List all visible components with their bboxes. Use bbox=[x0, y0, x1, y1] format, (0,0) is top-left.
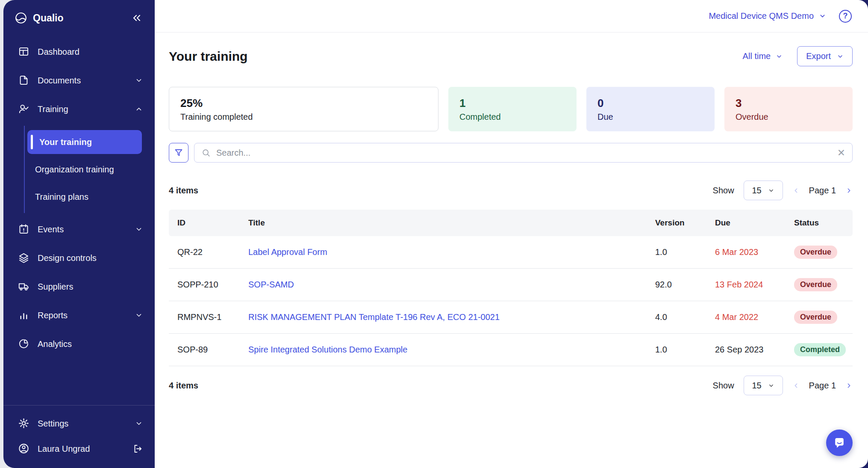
sidebar-item-training[interactable]: Training bbox=[9, 97, 150, 121]
org-name: Medical Device QMS Demo bbox=[709, 11, 814, 21]
app-frame: Qualio Dash bbox=[3, 0, 868, 468]
page-size-select[interactable]: 15 bbox=[744, 181, 783, 200]
content: Your training All time Export bbox=[155, 33, 868, 468]
chevron-down-icon bbox=[135, 225, 143, 233]
chevron-down-icon bbox=[768, 187, 774, 194]
page-header: Your training All time Export bbox=[169, 46, 853, 66]
training-subnav: Your training Organization training Trai… bbox=[24, 126, 142, 213]
sidebar-item-analytics[interactable]: Analytics bbox=[9, 332, 150, 355]
help-icon[interactable]: ? bbox=[839, 10, 852, 23]
qualio-logo[interactable]: Qualio bbox=[15, 12, 64, 24]
document-link[interactable]: RISK MANAGEMENT PLAN Template T-196 Rev … bbox=[248, 312, 500, 322]
row-id: SOP-89 bbox=[169, 334, 241, 366]
sidebar-collapse-icon[interactable] bbox=[132, 13, 142, 23]
table-header-row: ID Title Version Due Status bbox=[169, 210, 853, 236]
sidebar-item-dashboard[interactable]: Dashboard bbox=[9, 40, 150, 63]
sidebar-item-settings[interactable]: Settings bbox=[9, 412, 150, 435]
sidebar-nav: Dashboard Documents bbox=[3, 34, 155, 361]
pie-chart-icon bbox=[18, 338, 29, 350]
row-status-cell: Completed bbox=[787, 334, 853, 366]
previous-page-icon[interactable] bbox=[792, 382, 800, 389]
chevron-down-icon bbox=[837, 53, 844, 60]
page-size-value: 15 bbox=[752, 381, 761, 391]
sidebar-item-your-training[interactable]: Your training bbox=[27, 130, 142, 154]
row-due-cell: 13 Feb 2024 bbox=[708, 269, 787, 301]
header-actions: All time Export bbox=[743, 46, 853, 66]
sidebar: Qualio Dash bbox=[3, 0, 155, 468]
page-indicator: Page 1 bbox=[809, 381, 836, 391]
sidebar-item-user[interactable]: Laura Ungrad bbox=[9, 437, 150, 460]
chevron-up-icon bbox=[135, 105, 143, 113]
gear-icon bbox=[18, 418, 29, 429]
sidebar-item-label: Settings bbox=[38, 418, 68, 429]
org-switcher[interactable]: Medical Device QMS Demo bbox=[709, 11, 826, 21]
column-header-due: Due bbox=[708, 210, 787, 236]
export-button[interactable]: Export bbox=[797, 46, 853, 66]
sidebar-item-label: Design controls bbox=[38, 252, 97, 264]
sidebar-item-design-controls[interactable]: Design controls bbox=[9, 246, 150, 270]
table-row[interactable]: SOP-89 Spire Integrated Solutions Demo E… bbox=[169, 334, 853, 366]
row-title-cell: RISK MANAGEMENT PLAN Template T-196 Rev … bbox=[241, 301, 648, 334]
page-size-select[interactable]: 15 bbox=[744, 376, 783, 395]
main-panel: Medical Device QMS Demo ? Your training … bbox=[155, 0, 868, 468]
sidebar-item-reports[interactable]: Reports bbox=[9, 303, 150, 327]
row-status-cell: Overdue bbox=[787, 236, 853, 269]
previous-page-icon[interactable] bbox=[792, 187, 800, 194]
search-row: ✕ bbox=[169, 143, 853, 163]
sidebar-item-training-plans[interactable]: Training plans bbox=[27, 185, 142, 209]
stat-card-due: 0 Due bbox=[586, 87, 715, 131]
list-toolbar-top: 4 items Show 15 Page 1 bbox=[169, 181, 853, 200]
document-link[interactable]: Spire Integrated Solutions Demo Example bbox=[248, 345, 407, 354]
status-badge: Overdue bbox=[794, 311, 837, 324]
sidebar-item-documents[interactable]: Documents bbox=[9, 68, 150, 92]
bar-chart-icon bbox=[18, 309, 29, 321]
document-link[interactable]: SOP-SAMD bbox=[248, 280, 294, 289]
row-due-cell: 4 Mar 2022 bbox=[708, 301, 787, 334]
row-id: RMPNVS-1 bbox=[169, 301, 241, 334]
qualio-logo-icon bbox=[15, 12, 27, 24]
sidebar-item-label: Training plans bbox=[35, 192, 88, 201]
sidebar-item-suppliers[interactable]: Suppliers bbox=[9, 275, 150, 298]
stat-value: 25% bbox=[180, 96, 427, 110]
column-header-version: Version bbox=[648, 210, 708, 236]
items-count: 4 items bbox=[169, 186, 198, 195]
dashboard-icon bbox=[18, 46, 29, 57]
row-id: QR-22 bbox=[169, 236, 241, 269]
stat-value: 1 bbox=[459, 96, 565, 110]
document-link[interactable]: Label Approval Form bbox=[248, 247, 327, 257]
logout-icon[interactable] bbox=[132, 444, 143, 454]
sidebar-item-label: Your training bbox=[39, 137, 92, 147]
time-filter-label: All time bbox=[743, 51, 771, 61]
table-row[interactable]: RMPNVS-1 RISK MANAGEMENT PLAN Template T… bbox=[169, 301, 853, 334]
row-status-cell: Overdue bbox=[787, 301, 853, 334]
search-box: ✕ bbox=[194, 143, 853, 163]
next-page-icon[interactable] bbox=[845, 187, 853, 194]
filter-button[interactable] bbox=[169, 143, 188, 163]
chat-launcher-button[interactable] bbox=[826, 429, 853, 456]
due-date: 4 Mar 2022 bbox=[715, 312, 758, 322]
page-title: Your training bbox=[169, 49, 247, 64]
clear-search-icon[interactable]: ✕ bbox=[837, 148, 845, 158]
viewport: Qualio Dash bbox=[0, 0, 868, 468]
table-row[interactable]: QR-22 Label Approval Form 1.0 6 Mar 2023… bbox=[169, 236, 853, 269]
chevron-down-icon bbox=[776, 53, 783, 60]
row-version: 4.0 bbox=[648, 301, 708, 334]
time-filter-dropdown[interactable]: All time bbox=[743, 51, 783, 61]
pager-bottom: Show 15 Page 1 bbox=[713, 376, 853, 395]
next-page-icon[interactable] bbox=[845, 382, 853, 389]
help-glyph: ? bbox=[843, 12, 848, 21]
show-label: Show bbox=[713, 186, 734, 195]
sidebar-item-events[interactable]: Events bbox=[9, 217, 150, 241]
search-input[interactable] bbox=[216, 148, 832, 158]
table-row[interactable]: SOPP-210 SOP-SAMD 92.0 13 Feb 2024 Overd… bbox=[169, 269, 853, 301]
row-version: 1.0 bbox=[648, 334, 708, 366]
sidebar-item-organization-training[interactable]: Organization training bbox=[27, 157, 142, 181]
sidebar-item-label: Training bbox=[38, 104, 68, 115]
chevron-down-icon bbox=[135, 77, 143, 84]
status-badge: Completed bbox=[794, 343, 846, 356]
sidebar-item-label: Events bbox=[38, 224, 64, 235]
sidebar-item-label: Suppliers bbox=[38, 281, 73, 292]
stat-label: Overdue bbox=[736, 112, 842, 122]
sidebar-item-label: Reports bbox=[38, 310, 68, 321]
stat-card-overdue: 3 Overdue bbox=[724, 87, 853, 131]
